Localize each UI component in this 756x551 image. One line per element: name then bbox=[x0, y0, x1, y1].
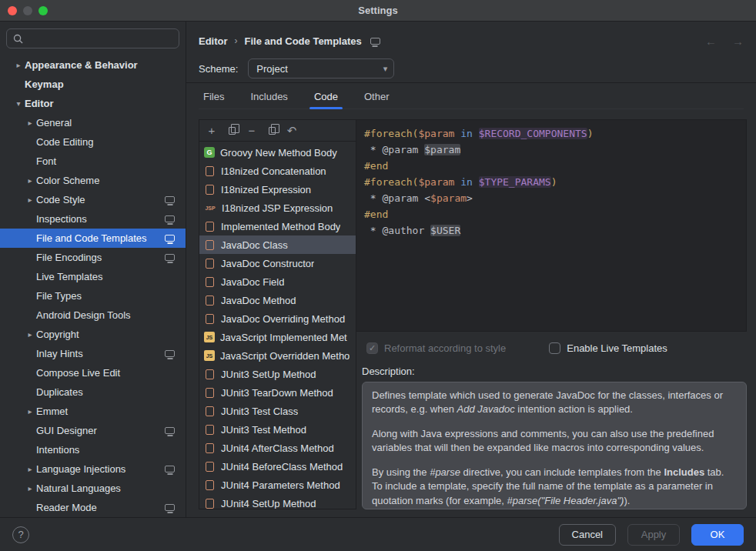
cancel-button[interactable]: Cancel bbox=[559, 524, 616, 546]
template-item-label: JavaDoc Field bbox=[221, 276, 284, 288]
template-item-javadoc-overriding-method[interactable]: JavaDoc Overriding Method bbox=[199, 309, 356, 328]
sidebar-item-reader-mode[interactable]: Reader Mode bbox=[0, 498, 186, 517]
sidebar-item-code-editing[interactable]: Code Editing bbox=[0, 132, 186, 152]
sidebar-item-editor[interactable]: ▾Editor bbox=[0, 94, 186, 113]
sidebar-item-general[interactable]: ▸General bbox=[0, 113, 186, 132]
screen-icon bbox=[165, 196, 175, 203]
description-label: Description: bbox=[362, 366, 747, 377]
sidebar-item-gui-designer[interactable]: GUI Designer bbox=[0, 421, 186, 440]
sidebar-item-code-style[interactable]: ▸Code Style bbox=[0, 190, 186, 209]
close-window-button[interactable] bbox=[8, 6, 17, 15]
template-item-junit3-setup-method[interactable]: JUnit3 SetUp Method bbox=[199, 365, 356, 383]
template-item-label: I18nized Expression bbox=[221, 184, 311, 195]
reset-template-icon[interactable]: ↶ bbox=[283, 122, 301, 139]
remove-template-icon[interactable]: − bbox=[243, 122, 261, 139]
tab-other[interactable]: Other bbox=[360, 85, 394, 109]
description-text: Includes bbox=[664, 466, 704, 478]
breadcrumb-file-and-code-templates: File and Code Templates bbox=[245, 35, 362, 47]
enable-live-templates-checkbox[interactable]: Enable Live Templates bbox=[549, 342, 667, 354]
checkbox-unchecked-icon[interactable] bbox=[549, 342, 560, 354]
back-icon[interactable]: ← bbox=[705, 35, 717, 48]
sidebar-item-font[interactable]: Font bbox=[0, 152, 186, 171]
minimize-window-button[interactable] bbox=[23, 6, 32, 15]
template-icon bbox=[206, 443, 214, 453]
template-icon bbox=[206, 296, 214, 306]
template-item-junit4-beforeclass-method[interactable]: JUnit4 BeforeClass Method bbox=[199, 457, 356, 476]
zoom-window-button[interactable] bbox=[38, 6, 48, 15]
template-item-junit4-setup-method[interactable]: JUnit4 SetUp Method bbox=[199, 494, 356, 509]
sidebar-item-keymap[interactable]: Keymap bbox=[0, 75, 186, 94]
help-button[interactable]: ? bbox=[12, 526, 29, 543]
ok-button[interactable]: OK bbox=[691, 524, 744, 546]
copy-template-icon[interactable] bbox=[263, 122, 281, 139]
sidebar-item-label: Keymap bbox=[25, 78, 64, 90]
sidebar-item-inspections[interactable]: Inspections bbox=[0, 209, 186, 229]
sidebar-item-file-and-code-templates[interactable]: File and Code Templates bbox=[0, 229, 186, 248]
tab-includes[interactable]: Includes bbox=[246, 85, 292, 109]
sidebar-item-compose-live-edit[interactable]: Compose Live Edit bbox=[0, 363, 186, 382]
template-item-groovy-new-method-body[interactable]: GGroovy New Method Body bbox=[199, 143, 356, 162]
template-item-implemented-method-body[interactable]: Implemented Method Body bbox=[199, 217, 356, 235]
code-token: $param bbox=[418, 128, 454, 139]
template-editor[interactable]: #foreach($param in $RECORD_COMPONENTS) *… bbox=[356, 119, 747, 332]
template-item-junit4-parameters-method[interactable]: JUnit4 Parameters Method bbox=[199, 476, 356, 494]
forward-icon[interactable]: → bbox=[732, 35, 744, 48]
search-input[interactable] bbox=[28, 32, 172, 45]
create-child-template-icon[interactable] bbox=[222, 122, 241, 139]
chevron-down-icon[interactable]: ▾ bbox=[12, 99, 25, 108]
copy-glyph bbox=[269, 127, 276, 135]
template-item-i18nized-expression[interactable]: I18nized Expression bbox=[199, 180, 356, 199]
sidebar-item-inlay-hints[interactable]: Inlay Hints bbox=[0, 344, 186, 363]
apply-button[interactable]: Apply bbox=[627, 524, 680, 546]
scheme-select[interactable]: Project ▾ bbox=[248, 58, 394, 78]
chevron-right-icon[interactable]: ▸ bbox=[24, 119, 36, 127]
sidebar-item-language-injections[interactable]: ▸Language Injections bbox=[0, 459, 186, 479]
sidebar-item-file-types[interactable]: File Types bbox=[0, 286, 186, 306]
sidebar-item-label: Intentions bbox=[36, 444, 79, 456]
template-item-i18nized-concatenation[interactable]: I18nized Concatenation bbox=[199, 162, 356, 180]
sidebar-item-copyright[interactable]: ▸Copyright bbox=[0, 325, 186, 344]
sidebar-item-file-encodings[interactable]: File Encodings bbox=[0, 248, 186, 267]
sidebar-item-android-design-tools[interactable]: Android Design Tools bbox=[0, 306, 186, 325]
code-line: * @param $param bbox=[364, 142, 738, 158]
template-item-javadoc-method[interactable]: JavaDoc Method bbox=[199, 291, 356, 309]
template-item-javadoc-class[interactable]: JavaDoc Class bbox=[199, 235, 356, 254]
sidebar-item-live-templates[interactable]: Live Templates bbox=[0, 267, 186, 286]
template-item-javadoc-field[interactable]: JavaDoc Field bbox=[199, 272, 356, 291]
dialog-footer: ? Cancel Apply OK bbox=[0, 517, 756, 551]
breadcrumb-editor[interactable]: Editor bbox=[199, 35, 228, 47]
template-item-javadoc-constructor[interactable]: JavaDoc Constructor bbox=[199, 254, 356, 272]
sidebar-item-emmet[interactable]: ▸Emmet bbox=[0, 402, 186, 421]
sidebar-item-natural-languages[interactable]: ▸Natural Languages bbox=[0, 479, 186, 498]
chevron-right-icon[interactable]: ▸ bbox=[24, 195, 36, 204]
sidebar-item-duplicates[interactable]: Duplicates bbox=[0, 382, 186, 402]
sidebar-item-label: Natural Languages bbox=[36, 483, 121, 494]
reformat-checkbox: Reformat according to style bbox=[366, 342, 506, 354]
sidebar-item-appearance-behavior[interactable]: ▸Appearance & Behavior bbox=[0, 55, 186, 75]
template-item-junit4-afterclass-method[interactable]: JUnit4 AfterClass Method bbox=[199, 439, 356, 457]
template-item-junit3-teardown-method[interactable]: JUnit3 TearDown Method bbox=[199, 383, 356, 402]
template-item-junit3-test-class[interactable]: JUnit3 Test Class bbox=[199, 402, 356, 420]
sidebar-item-label: Inlay Hints bbox=[36, 348, 83, 359]
template-item-junit3-test-method[interactable]: JUnit3 Test Method bbox=[199, 420, 356, 439]
chevron-right-icon[interactable]: ▸ bbox=[24, 330, 36, 339]
sidebar-item-label: Live Templates bbox=[36, 271, 102, 282]
chevron-right-icon[interactable]: ▸ bbox=[24, 465, 36, 473]
sidebar-item-color-scheme[interactable]: ▸Color Scheme bbox=[0, 171, 186, 190]
template-item-i18nized-jsp-expression[interactable]: JSPI18nized JSP Expression bbox=[199, 199, 356, 217]
chevron-right-icon[interactable]: ▸ bbox=[12, 61, 25, 69]
tab-files[interactable]: Files bbox=[199, 85, 229, 109]
settings-search[interactable] bbox=[6, 28, 179, 48]
chevron-right-icon[interactable]: ▸ bbox=[24, 407, 36, 416]
chevron-right-icon[interactable]: ▸ bbox=[24, 176, 36, 185]
add-template-icon[interactable]: + bbox=[202, 122, 221, 139]
sidebar-item-intentions[interactable]: Intentions bbox=[0, 440, 186, 459]
template-item-javascript-implemented-met[interactable]: JSJavaScript Implemented Met bbox=[199, 328, 356, 346]
chevron-down-icon: ▾ bbox=[383, 64, 388, 74]
tab-code[interactable]: Code bbox=[309, 85, 343, 109]
template-item-javascript-overridden-metho[interactable]: JSJavaScript Overridden Metho bbox=[199, 346, 356, 365]
settings-content: Editor › File and Code Templates ← → Sch… bbox=[186, 22, 756, 517]
history-navigation: ← → bbox=[705, 35, 744, 48]
chevron-right-icon[interactable]: ▸ bbox=[24, 484, 36, 493]
sidebar-item-label: General bbox=[36, 117, 72, 129]
